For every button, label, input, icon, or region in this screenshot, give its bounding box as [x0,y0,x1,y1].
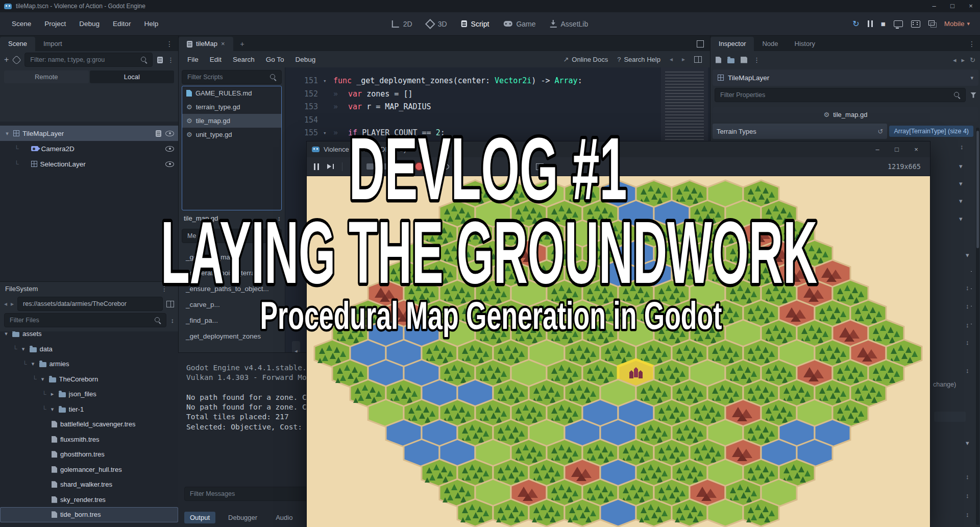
movie-maker-button[interactable] [911,20,920,28]
fs-item-tide-born-tres[interactable]: tide_born.tres [0,507,178,522]
add-node-button[interactable]: + [4,55,9,64]
split-view-icon[interactable] [166,301,174,307]
script-item-tile-map-gd[interactable]: ⚙tile_map.gd [182,114,281,128]
scene-node-tilemaplayer[interactable]: ▾TileMapLayer [0,126,178,141]
expand-arrow-icon[interactable]: ▾ [40,376,46,382]
node-type-button[interactable] [366,163,374,170]
filter-properties-input[interactable] [719,91,950,99]
value-stepper-icon[interactable]: ↕ [966,367,969,374]
inspector-scrollbar[interactable] [976,128,979,525]
method-item-get-deployment-zones[interactable]: _get_deployment_zones [179,328,285,344]
menu-debug[interactable]: Debug [72,20,106,28]
history-back-icon[interactable]: ◂ [4,300,7,307]
fs-item-tier-1[interactable]: └▾tier-1 [0,402,178,417]
workspace-2d[interactable]: 2D [392,20,412,28]
element-chevron-icon[interactable]: ▾ [959,215,963,223]
camera-override-button[interactable] [382,163,389,170]
inspector-forward-icon[interactable]: ▸ [962,56,965,64]
fs-item-json-files[interactable]: └▸json_files [0,387,178,402]
search-help-link[interactable]: ? Search Help [617,56,660,63]
visibility-toggle[interactable] [440,163,449,170]
renderer-dropdown[interactable]: Mobile ▾ [944,20,970,28]
expand-arrow-icon[interactable]: ▾ [50,406,56,413]
section-chevron-icon[interactable]: ▾ [966,251,969,259]
method-item-generate-noise-terrain[interactable]: _generate_noise_terrain [179,265,285,281]
value-stepper-icon[interactable]: ↕ [966,321,969,329]
expand-arrow-icon[interactable]: ▸ [50,391,56,397]
fs-item-shard-walker-tres[interactable]: shard_walker.tres [0,477,178,492]
suspend-button[interactable] [314,163,319,170]
input-mode-button[interactable] [351,163,358,170]
scene-dock-tab-scene[interactable]: Scene [0,37,35,51]
script-menu-edit[interactable]: Edit [204,56,227,63]
maximize-button[interactable]: □ [888,146,905,153]
value-stepper-icon[interactable]: ↕ [966,339,969,346]
selection-mode-button[interactable] [457,163,463,171]
revert-icon[interactable]: ↺ [878,128,884,135]
fs-item-golemancer-hull-tres[interactable]: golemancer_hull.tres [0,462,178,477]
next-frame-button[interactable] [327,163,334,170]
load-resource-icon[interactable] [727,58,734,63]
save-resource-icon[interactable] [741,57,747,63]
script-forward-icon[interactable]: ▸ [682,56,685,63]
scene-menu-icon[interactable]: ⋮ [167,56,174,64]
inspector-options-icon[interactable]: ⋮ [963,37,980,51]
dock-options-icon[interactable]: ⋮ [161,37,178,51]
script-menu-go-to[interactable]: Go To [260,56,290,63]
resource-options-icon[interactable]: ⋮ [753,56,760,64]
fs-item-thecoreborn[interactable]: └▾TheCoreborn [0,372,178,387]
scene-node-selectionlayer[interactable]: └SelectionLayer [0,156,178,172]
scene-node-camera2d[interactable]: └Camera2D [0,141,178,156]
history-forward-icon[interactable]: ▸ [11,300,14,307]
script-back-icon[interactable]: ◂ [670,56,673,63]
script-item-unit-type-gd[interactable]: ⚙unit_type.gd [182,128,281,141]
workspace-3d[interactable]: 3D [427,20,447,28]
fold-arrow-icon[interactable]: ▾ [323,127,333,140]
workspace-script[interactable]: Script [461,20,489,28]
fs-item-fluxsmith-tres[interactable]: fluxsmith.tres [0,432,178,447]
filesystem-options-icon[interactable]: ⋮ [156,281,173,296]
chevron-down-icon[interactable]: ▾ [970,75,973,81]
fs-item-data[interactable]: └▾data [0,342,178,357]
fs-item-assets[interactable]: ▾assets [0,331,178,342]
expand-arrow-icon[interactable]: ▾ [30,361,36,367]
property-name-cell[interactable]: Terrain Types ↺ [713,124,887,139]
script-item-terrain-type-gd[interactable]: ⚙terrain_type.gd [182,100,281,114]
close-button[interactable]: × [962,0,980,12]
filter-messages-input[interactable] [189,490,317,498]
close-button[interactable]: × [908,146,925,153]
scene-dock-tab-import[interactable]: Import [35,37,70,51]
script-item-game-rules-md[interactable]: GAME_RULES.md [182,86,281,100]
instantiate-scene-button[interactable] [12,55,21,64]
inspector-tab-node[interactable]: Node [754,37,786,51]
online-docs-link[interactable]: ↗ Online Docs [563,56,608,63]
menu-project[interactable]: Project [38,20,72,28]
expand-arrow-icon[interactable]: ▾ [4,130,10,137]
select-3d-toggle[interactable] [414,162,424,171]
filter-methods-input[interactable] [186,232,277,240]
pause-button[interactable] [868,20,873,27]
clipped-button[interactable] [934,412,966,422]
method-item-find-pa[interactable]: _find_pa... [179,313,285,328]
method-item-carve-p[interactable]: _carve_p... [179,297,285,313]
new-tab-button[interactable]: + [235,37,250,51]
fs-item-ghostthorn-tres[interactable]: ghostthorn.tres [0,447,178,462]
script-tab-tilemap[interactable]: tileMap × [179,37,233,51]
value-stepper-icon[interactable]: ↕ [966,302,969,310]
fs-item-armies[interactable]: └▾armies [0,356,178,372]
script-badge-icon[interactable] [156,130,161,137]
attach-script-button[interactable] [157,57,163,63]
visibility-eye-icon[interactable] [165,130,174,137]
minimize-button[interactable]: – [925,0,943,12]
close-tab-icon[interactable]: × [221,37,225,51]
edited-object-row[interactable]: TileMapLayer ▾ [713,69,978,86]
value-stepper-icon[interactable]: ↕ [966,284,969,292]
game-window-titlebar[interactable]: Violence of Action (DEBUG) – □ × [307,141,930,157]
inspector-back-icon[interactable]: ◂ [953,56,957,64]
method-item-generate-map[interactable]: _generate_map [179,249,285,265]
visibility-eye-icon[interactable] [165,161,174,167]
minimize-button[interactable]: – [869,146,886,153]
path-input[interactable] [22,300,158,308]
value-stepper-icon[interactable]: ↕ [966,511,969,518]
menu-editor[interactable]: Editor [106,20,137,28]
